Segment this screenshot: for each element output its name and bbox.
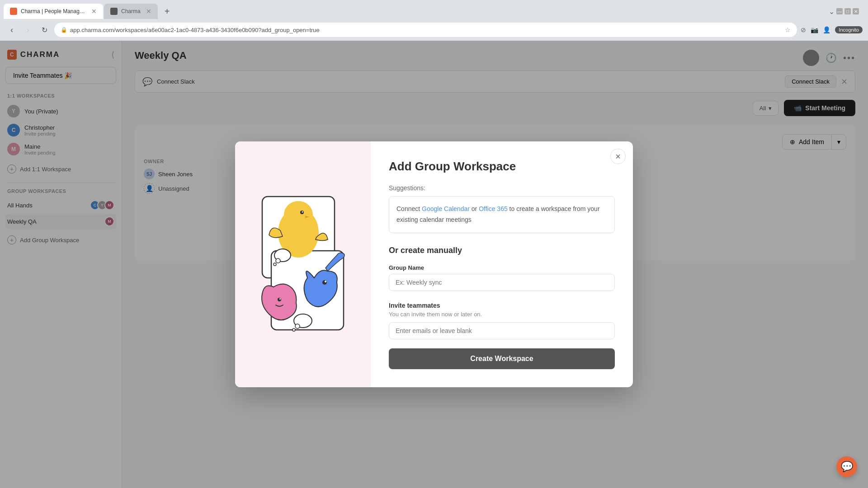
win-control-close[interactable]: ✕ [853, 8, 859, 14]
modal-illustration-panel [235, 141, 371, 387]
lock-icon: 🔒 [61, 27, 67, 33]
svg-point-11 [278, 298, 281, 301]
svg-point-3 [284, 201, 313, 228]
browser-action-icons: ⊘ 📷 👤 Incognito [801, 26, 863, 33]
invite-emails-input[interactable] [389, 322, 615, 339]
svg-point-7 [276, 258, 280, 263]
or-create-label: Or create manually [389, 246, 615, 255]
create-workspace-button[interactable]: Create Workspace [389, 348, 615, 369]
back-button[interactable]: ‹ [5, 23, 18, 36]
bookmark-icon[interactable]: ☆ [785, 26, 791, 33]
group-name-input[interactable] [389, 274, 615, 291]
invite-teammates-label: Invite teammates [389, 302, 615, 309]
address-bar[interactable]: 🔒 app.charma.com/workspaces/a6e00ac2-1ac… [54, 23, 797, 37]
modal-form-panel: Add Group Workspace Suggestions: Connect… [371, 141, 633, 387]
modal-title: Add Group Workspace [389, 160, 615, 174]
suggestions-or: or [470, 205, 479, 212]
group-name-label: Group Name [389, 264, 615, 271]
address-url[interactable]: app.charma.com/workspaces/a6e00ac2-1ac0-… [70, 27, 782, 33]
browser-chrome: Charma | People Management S... ✕ Charma… [0, 0, 868, 41]
cast-icon[interactable]: ⊘ [801, 26, 806, 33]
modal: Add Group Workspace Suggestions: Connect… [235, 141, 633, 387]
tab-close-2[interactable]: ✕ [146, 8, 151, 15]
modal-overlay[interactable]: Add Group Workspace Suggestions: Connect… [0, 41, 868, 488]
suggestions-text-before: Connect [396, 205, 422, 212]
tab-close-1[interactable]: ✕ [91, 8, 97, 15]
profile-menu-icon[interactable]: 👤 [823, 26, 830, 33]
suggestions-label: Suggestions: [389, 184, 615, 192]
refresh-button[interactable]: ↻ [38, 23, 51, 36]
new-tab-button[interactable]: + [160, 5, 174, 18]
close-icon: × [615, 151, 621, 162]
screenshot-icon[interactable]: 📷 [811, 26, 818, 33]
modal-illustration [249, 188, 357, 341]
svg-point-9 [322, 280, 327, 285]
win-control-min[interactable]: — [836, 8, 843, 14]
svg-point-8 [274, 263, 276, 266]
incognito-badge: Incognito [835, 26, 863, 33]
office-365-link[interactable]: Office 365 [479, 205, 508, 212]
chat-bubble[interactable]: 💬 [836, 456, 857, 477]
tab-label-1: Charma | People Management S... [21, 8, 86, 14]
chat-icon: 💬 [841, 461, 853, 473]
invite-sub-label: You can invite them now or later on. [389, 311, 615, 318]
win-control-down[interactable]: ⌄ [829, 7, 835, 16]
google-calendar-link[interactable]: Google Calendar [422, 205, 470, 212]
tab-inactive[interactable]: Charma ✕ [104, 4, 158, 19]
tab-active[interactable]: Charma | People Management S... ✕ [4, 4, 103, 19]
svg-point-5 [302, 211, 303, 213]
svg-point-10 [325, 281, 326, 282]
suggestions-box: Connect Google Calendar or Office 365 to… [389, 196, 615, 233]
svg-point-15 [292, 328, 295, 331]
svg-point-12 [279, 298, 281, 300]
modal-close-button[interactable]: × [610, 149, 626, 164]
forward-button[interactable]: › [22, 23, 34, 36]
svg-point-14 [295, 324, 300, 328]
win-control-max[interactable]: □ [844, 8, 851, 14]
tab-label-2: Charma [121, 8, 141, 14]
